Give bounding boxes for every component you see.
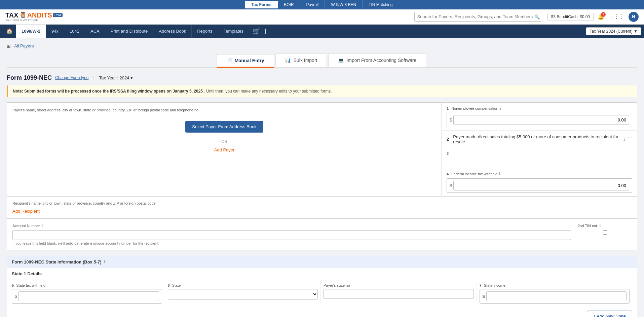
tax-year-inline[interactable]: Tax Year : 2024 ▾: [99, 75, 133, 80]
box5-dollar-sign: $: [15, 294, 17, 299]
box4-number: 4: [447, 172, 449, 176]
separator: |: [93, 75, 94, 80]
breadcrumb-all-payers[interactable]: All Payers: [14, 43, 34, 48]
content-area: ⊞ All Payers 📄 Manual Entry 📊 Bulk Impor…: [0, 38, 644, 317]
second-nav: 🏠 1099/W-2 94x 1042 ACA Print and Distri…: [0, 25, 644, 38]
payer-state-no-input[interactable]: [324, 289, 474, 299]
note-prefix: Note: Submitted forms will be processed …: [13, 89, 172, 94]
top-nav-item-tax-forms[interactable]: Tax Forms: [245, 1, 278, 8]
state-field-5: 5 State tax withheld $: [12, 283, 165, 304]
box1-number: 1: [447, 106, 449, 110]
tab-import-accounting[interactable]: 💻 Import From Accounting Software: [328, 54, 426, 67]
tin-col: 2nd TIN not. ℹ: [578, 223, 632, 245]
logo-tax: TAX: [5, 11, 18, 19]
tab-manual-entry[interactable]: 📄 Manual Entry: [217, 54, 274, 68]
state-field-payer-no: Payer's state no: [321, 283, 477, 304]
box1-input-wrapper: $: [447, 113, 632, 127]
box6-label: 6 State: [168, 283, 318, 287]
tab-manual-entry-label: Manual Entry: [235, 58, 264, 63]
top-nav-item-boir[interactable]: BOIR: [278, 1, 300, 8]
box6-state-select[interactable]: AL AK AZ CA CO FL NY TX: [168, 289, 318, 300]
box7-dollar-sign: $: [483, 294, 485, 299]
notifications-button[interactable]: 🔔 7: [598, 13, 604, 20]
state-section: Form 1099-NEC State Information (Box 5-7…: [7, 256, 637, 317]
form-main-row: Payer's name, street address, city or to…: [7, 103, 637, 196]
add-recipient-link[interactable]: Add Recipient: [12, 209, 40, 214]
tin-info-icon[interactable]: ℹ: [599, 223, 601, 228]
box4-info-icon[interactable]: ℹ: [499, 172, 500, 176]
nav-item-templates[interactable]: Templates: [218, 25, 249, 38]
box5-input-wrapper: $: [12, 289, 162, 304]
top-nav-item-w9-w8ben[interactable]: W-9/W-8 BEN: [325, 1, 363, 8]
note-suffix: . Until then, you can make any necessary…: [204, 89, 332, 94]
box1-info-icon[interactable]: ℹ: [500, 106, 501, 111]
tab-bar: 📄 Manual Entry 📊 Bulk Import 💻 Import Fr…: [7, 54, 637, 68]
change-form-link[interactable]: Change Form type: [55, 75, 88, 80]
add-state-row: + Add New State: [7, 307, 637, 317]
manual-entry-icon: 📄: [226, 58, 232, 63]
tab-bulk-import[interactable]: 📊 Bulk Import: [275, 54, 327, 67]
nav-item-1099-w2[interactable]: 1099/W-2: [16, 25, 46, 38]
box2-info-icon[interactable]: ℹ: [623, 137, 625, 142]
account-number-info-icon[interactable]: ℹ: [41, 223, 43, 228]
nav-item-print-distribute[interactable]: Print and Distribute: [105, 25, 154, 38]
top-nav-item-tin-matching[interactable]: TIN Matching: [363, 1, 399, 8]
form-body: Payer's name, street address, city or to…: [7, 102, 637, 250]
state1-details-header: State 1 Details: [7, 268, 637, 280]
notification-badge: 7: [601, 12, 606, 17]
account-number-sublabel: If you leave this field blank, we'll aut…: [12, 241, 571, 245]
box7-label-text: State income: [484, 283, 505, 287]
search-input[interactable]: [414, 12, 542, 22]
account-row: Account Number ℹ If you leave this field…: [7, 218, 637, 250]
box1-input[interactable]: [453, 115, 629, 125]
tax-year-inline-label: Tax Year : 2024: [99, 75, 129, 80]
nav-item-aca[interactable]: ACA: [85, 25, 105, 38]
add-payer-link[interactable]: Add Payer: [12, 147, 436, 152]
box4-input[interactable]: [453, 181, 629, 190]
tin-label: 2nd TIN not. ℹ: [578, 223, 632, 228]
or-divider: OR: [12, 139, 436, 144]
box4-label: 4 Federal income tax withheld ℹ: [447, 172, 632, 176]
box2-row: 2 Payer made direct sales totaling $5,00…: [447, 134, 632, 144]
top-nav-item-payroll[interactable]: Payroll: [300, 1, 325, 8]
grid-icon: ⊞: [7, 43, 11, 49]
tab-import-accounting-label: Import From Accounting Software: [346, 58, 416, 63]
box4-dollar-sign: $: [450, 183, 452, 188]
box3-number: 3: [447, 151, 449, 155]
box7-input[interactable]: [486, 291, 627, 301]
header-actions: $3 BanditCash: $0.00 🔔 7 ⋮⋮⋮ N: [547, 12, 639, 22]
field-box-2: 2 Payer made direct sales totaling $5,00…: [442, 131, 637, 148]
box5-input[interactable]: [18, 291, 159, 301]
account-number-input[interactable]: [12, 230, 571, 240]
box1-label-text: Nonemployee compensation: [451, 106, 498, 110]
nav-item-94x[interactable]: 94x: [46, 25, 64, 38]
box1-label: 1 Nonemployee compensation ℹ: [447, 106, 632, 111]
logo-owl-icon: 🦉: [19, 12, 27, 19]
grid-menu-button[interactable]: ⋮⋮⋮: [608, 13, 624, 20]
bandit-cash-button[interactable]: $3 BanditCash: $0.00: [547, 13, 594, 21]
tab-bulk-import-label: Bulk Import: [294, 58, 317, 63]
form-title: Form 1099-NEC: [7, 74, 52, 81]
box2-number: 2: [447, 137, 449, 142]
cart-icon[interactable]: 🛒: [249, 28, 263, 35]
logo-subtitle: Your 1099 & W2 Experts: [5, 19, 63, 22]
select-payer-button[interactable]: Select Payer From Address Book: [185, 121, 263, 133]
account-number-label-text: Account Number: [12, 224, 40, 228]
note-banner: Note: Submitted forms will be processed …: [7, 85, 637, 97]
state-section-info-icon[interactable]: ℹ: [104, 259, 105, 264]
box7-input-wrapper: $: [480, 289, 630, 304]
tin-label-text: 2nd TIN not.: [578, 224, 598, 228]
avatar: N: [629, 12, 639, 22]
search-button[interactable]: 🔍: [534, 14, 540, 19]
header-search: 🔍: [414, 12, 542, 22]
tin-checkbox[interactable]: [603, 230, 607, 235]
add-state-button[interactable]: + Add New State: [587, 311, 632, 317]
nav-item-address-book[interactable]: Address Book: [153, 25, 192, 38]
note-date: January 5, 2025: [173, 89, 203, 94]
tax-year-selector[interactable]: Tax Year 2024 (Current) ▼: [586, 27, 641, 35]
field-box-4: 4 Federal income tax withheld ℹ $: [442, 168, 637, 196]
nav-item-1042[interactable]: 1042: [64, 25, 85, 38]
nav-item-reports[interactable]: Reports: [192, 25, 218, 38]
home-button[interactable]: 🏠: [3, 28, 16, 34]
box2-checkbox[interactable]: [628, 137, 632, 141]
